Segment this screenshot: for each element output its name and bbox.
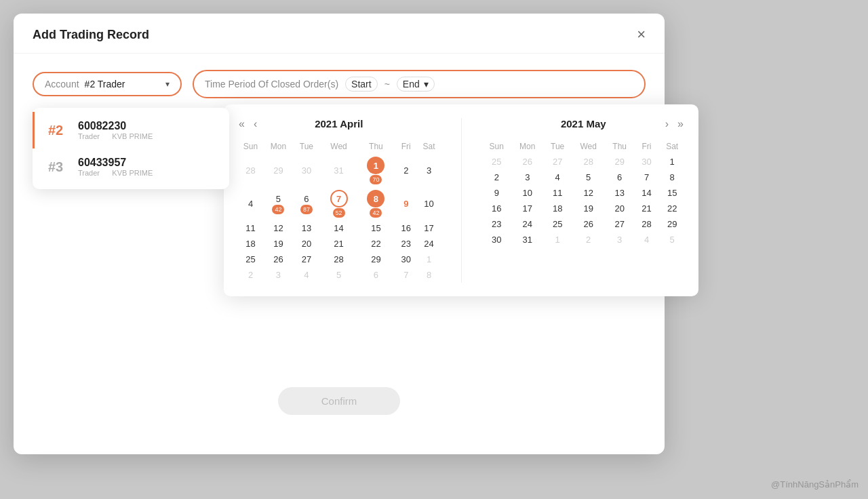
list-item[interactable]: 25 bbox=[544, 216, 572, 232]
list-item[interactable]: 3 bbox=[606, 232, 634, 247]
list-item[interactable]: 5 bbox=[572, 169, 606, 185]
list-item[interactable]: 28 bbox=[237, 154, 264, 187]
list-item[interactable]: 10 bbox=[418, 187, 441, 220]
list-item[interactable]: 27 bbox=[544, 154, 572, 169]
list-item[interactable]: 3 bbox=[418, 154, 441, 187]
time-period-end[interactable]: End ▾ bbox=[397, 77, 435, 92]
list-item[interactable]: 27 bbox=[606, 216, 634, 232]
may-weekday-fri: Fri bbox=[634, 139, 660, 154]
list-item[interactable]: 8 42 bbox=[357, 187, 395, 220]
list-item[interactable]: 23 bbox=[395, 236, 418, 252]
list-item[interactable]: 10 bbox=[511, 185, 544, 201]
list-item[interactable]: 31 bbox=[320, 154, 357, 187]
list-item[interactable]: 13 bbox=[293, 220, 320, 236]
time-period-box[interactable]: Time Period Of Closed Order(s) Start ~ E… bbox=[193, 70, 646, 98]
close-button[interactable]: × bbox=[637, 27, 646, 42]
account-option-2[interactable]: #2 60082230 Trader KVB PRIME bbox=[33, 112, 229, 148]
list-item[interactable]: 2 bbox=[237, 267, 264, 283]
list-item[interactable]: 30 bbox=[395, 252, 418, 267]
list-item[interactable]: 3 bbox=[511, 169, 544, 185]
list-item[interactable]: 29 bbox=[264, 154, 293, 187]
list-item[interactable]: 30 bbox=[482, 232, 512, 247]
list-item[interactable]: 3 bbox=[264, 267, 293, 283]
list-item[interactable]: 18 bbox=[544, 201, 572, 216]
list-item[interactable]: 17 bbox=[418, 220, 441, 236]
list-item[interactable]: 1 bbox=[418, 252, 441, 267]
list-item[interactable]: 28 bbox=[572, 154, 606, 169]
list-item[interactable]: 2 bbox=[395, 154, 418, 187]
list-item[interactable]: 4 bbox=[634, 232, 660, 247]
list-item[interactable]: 15 bbox=[357, 220, 395, 236]
list-item[interactable]: 27 bbox=[293, 252, 320, 267]
list-item[interactable]: 6 bbox=[357, 267, 395, 283]
list-item[interactable]: 4 bbox=[237, 187, 264, 220]
list-item[interactable]: 29 bbox=[659, 216, 685, 232]
list-item[interactable]: 4 bbox=[544, 169, 572, 185]
list-item[interactable]: 23 bbox=[482, 216, 512, 232]
list-item[interactable]: 7 bbox=[395, 267, 418, 283]
list-item[interactable]: 29 bbox=[606, 154, 634, 169]
list-item[interactable]: 17 bbox=[511, 201, 544, 216]
list-item[interactable]: 7 52 bbox=[320, 187, 357, 220]
list-item[interactable]: 13 bbox=[606, 185, 634, 201]
list-item[interactable]: 24 bbox=[418, 236, 441, 252]
list-item[interactable]: 19 bbox=[264, 236, 293, 252]
list-item[interactable]: 12 bbox=[572, 185, 606, 201]
time-period-tilde: ~ bbox=[384, 79, 390, 89]
list-item[interactable]: 14 bbox=[320, 220, 357, 236]
list-item[interactable]: 8 bbox=[659, 169, 685, 185]
list-item[interactable]: 25 bbox=[237, 252, 264, 267]
list-item[interactable]: 7 bbox=[634, 169, 660, 185]
list-item[interactable]: 21 bbox=[320, 236, 357, 252]
list-item[interactable]: 25 bbox=[482, 154, 512, 169]
cal-next-button[interactable]: › bbox=[661, 117, 673, 132]
list-item[interactable]: 1 bbox=[659, 154, 685, 169]
list-item[interactable]: 9 bbox=[395, 187, 418, 220]
cal-prev-prev-button[interactable]: « bbox=[235, 117, 249, 132]
list-item[interactable]: 8 bbox=[418, 267, 441, 283]
account-option-3[interactable]: #3 60433957 Trader KVB PRIME bbox=[33, 148, 229, 185]
list-item[interactable]: 22 bbox=[357, 236, 395, 252]
account-select-box[interactable]: Account #2 Trader ▾ bbox=[33, 72, 182, 96]
list-item[interactable]: 4 bbox=[293, 267, 320, 283]
list-item[interactable]: 24 bbox=[511, 216, 544, 232]
list-item[interactable]: 22 bbox=[659, 201, 685, 216]
list-item[interactable]: 12 bbox=[264, 220, 293, 236]
list-item[interactable]: 5 bbox=[320, 267, 357, 283]
list-item[interactable]: 28 bbox=[320, 252, 357, 267]
list-item[interactable]: 20 bbox=[606, 201, 634, 216]
list-item[interactable]: 14 bbox=[634, 185, 660, 201]
list-item[interactable]: 1 bbox=[544, 232, 572, 247]
list-item[interactable]: 2 bbox=[572, 232, 606, 247]
list-item[interactable]: 28 bbox=[634, 216, 660, 232]
list-item[interactable]: 5 42 bbox=[264, 187, 293, 220]
list-item[interactable]: 29 bbox=[357, 252, 395, 267]
account-id-3: 60433957 bbox=[78, 157, 153, 169]
list-item[interactable]: 2 bbox=[482, 169, 512, 185]
cal-prev-button[interactable]: ‹ bbox=[250, 117, 261, 132]
list-item[interactable]: 26 bbox=[511, 154, 544, 169]
list-item[interactable]: 6 87 bbox=[293, 187, 320, 220]
list-item[interactable]: 6 bbox=[606, 169, 634, 185]
time-period-start[interactable]: Start bbox=[345, 77, 378, 92]
list-item[interactable]: 11 bbox=[544, 185, 572, 201]
list-item[interactable]: 21 bbox=[634, 201, 660, 216]
list-item[interactable]: 16 bbox=[395, 220, 418, 236]
list-item[interactable]: 26 bbox=[264, 252, 293, 267]
list-item[interactable]: 30 bbox=[293, 154, 320, 187]
list-item[interactable]: 31 bbox=[511, 232, 544, 247]
list-item[interactable]: 30 bbox=[634, 154, 660, 169]
list-item[interactable]: 16 bbox=[482, 201, 512, 216]
list-item[interactable]: 26 bbox=[572, 216, 606, 232]
list-item[interactable]: 20 bbox=[293, 236, 320, 252]
list-item[interactable]: 11 bbox=[237, 220, 264, 236]
list-item[interactable]: 9 bbox=[482, 185, 512, 201]
list-item[interactable]: 5 bbox=[659, 232, 685, 247]
confirm-button[interactable]: Confirm bbox=[278, 387, 401, 415]
cal-next-next-button[interactable]: » bbox=[673, 117, 688, 132]
watermark: @TínhNăngSảnPhẩm bbox=[771, 479, 859, 490]
list-item[interactable]: 19 bbox=[572, 201, 606, 216]
list-item[interactable]: 1 70 bbox=[357, 154, 395, 187]
list-item[interactable]: 18 bbox=[237, 236, 264, 252]
list-item[interactable]: 15 bbox=[659, 185, 685, 201]
